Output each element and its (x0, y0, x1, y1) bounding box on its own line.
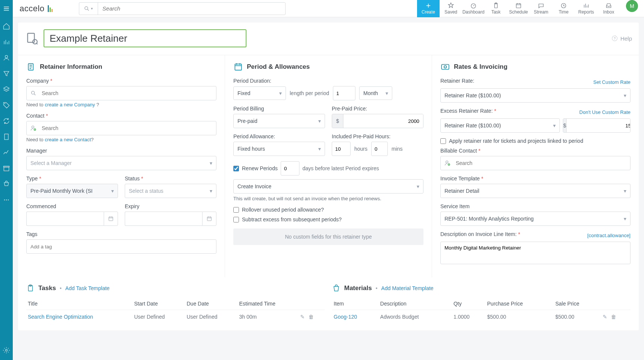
sidebar-more-icon[interactable] (3, 196, 10, 204)
type-select[interactable]: Pre-Paid Monthly Work (SI▾ (26, 184, 118, 198)
logo: accelo (20, 4, 53, 14)
sidebar-home-icon[interactable] (3, 23, 10, 30)
create-contact-link[interactable]: create a new Contact (45, 137, 91, 142)
renew-checkbox[interactable] (233, 166, 239, 171)
billing-label: Period Billing (233, 106, 325, 112)
sidebar-trend-icon[interactable] (3, 149, 10, 156)
svg-rect-5 (516, 4, 521, 8)
renew-after-text: days before latest Period expires (302, 165, 379, 171)
allowance-select[interactable]: Fixed hours▾ (233, 142, 325, 156)
material-purchase: $500.00 (486, 310, 554, 324)
sidebar-layers-icon[interactable] (3, 86, 10, 93)
manager-select[interactable]: Select a Manager▾ (26, 156, 216, 170)
hamburger-menu[interactable] (0, 0, 13, 17)
rollover-checkbox[interactable] (233, 207, 239, 213)
unit-select[interactable]: Month▾ (359, 86, 392, 100)
desc-token[interactable]: [contract.allowance] (587, 233, 630, 238)
chevron-down-icon: ▾ (279, 90, 282, 96)
apply-rate-checkbox[interactable] (440, 138, 446, 144)
expiry-input[interactable] (125, 212, 202, 226)
prepaid-input[interactable] (343, 114, 423, 128)
add-material-template[interactable]: Add Material Template (381, 285, 434, 291)
edit-icon[interactable]: ✎ (603, 314, 607, 320)
excess-currency[interactable]: $ (563, 118, 630, 133)
edit-icon[interactable]: ✎ (300, 314, 305, 320)
schedule-button[interactable]: Schedule (507, 0, 530, 17)
contact-input[interactable] (40, 125, 216, 131)
retainer-rate-select[interactable]: Retainer Rate ($100.00)▾ (440, 88, 630, 103)
sidebar-chart-icon[interactable] (3, 38, 10, 46)
desc-textarea[interactable] (440, 242, 630, 264)
sidebar-filter-icon[interactable] (3, 70, 10, 77)
period-title: Period & Allowances (247, 63, 310, 71)
saved-label: Saved (444, 9, 457, 15)
mins-text: mins (392, 146, 403, 152)
create-invoice-note: This will create, but will not send an i… (233, 196, 423, 201)
excess-label: Excess Retainer Rate: * (440, 108, 496, 114)
expiry-label: Expiry (125, 203, 216, 209)
top-search[interactable]: ▾ (79, 2, 286, 15)
logo-text: accelo (20, 4, 45, 14)
service-select[interactable]: REP-501: Monthly Analytics Reporting▾ (440, 212, 630, 226)
commenced-input[interactable] (26, 212, 104, 226)
sidebar-user-icon[interactable] (3, 54, 10, 62)
top-search-input[interactable] (98, 5, 285, 12)
trash-icon[interactable]: 🗑 (611, 314, 616, 320)
task-button[interactable]: Task (485, 0, 507, 17)
svg-line-1 (88, 9, 89, 11)
stream-label: Stream (534, 9, 549, 15)
apply-rate-row: Apply retainer rate for tickets and proj… (440, 138, 630, 144)
dashboard-button[interactable]: Dashboard (462, 0, 485, 17)
billing-select[interactable]: Pre-paid▾ (233, 114, 325, 128)
billable-input[interactable] (454, 160, 630, 166)
reports-button[interactable]: Reports (575, 0, 597, 17)
retainer-title-input[interactable] (44, 29, 246, 47)
saved-button[interactable]: Saved (440, 0, 462, 17)
task-link[interactable]: Search Engine Optimization (28, 314, 93, 320)
material-link[interactable]: Goog-120 (334, 314, 357, 320)
inbox-button[interactable]: Inbox (597, 0, 620, 17)
sidebar-refresh-icon[interactable] (3, 117, 10, 125)
create-button[interactable]: Create (417, 0, 440, 17)
trash-icon[interactable]: 🗑 (308, 314, 314, 320)
billable-search[interactable] (440, 156, 630, 170)
contact-search[interactable] (26, 121, 216, 135)
duration-select[interactable]: Fixed▾ (233, 86, 286, 100)
create-invoice-select[interactable]: Create Invoice▾ (233, 179, 423, 194)
prepaid-currency[interactable]: $ (332, 114, 423, 128)
dont-use-link[interactable]: Don't Use Custom Rate (579, 109, 630, 115)
task-label: Task (491, 9, 501, 15)
sidebar-cart-icon[interactable] (3, 180, 10, 188)
calendar-icon[interactable] (104, 212, 118, 226)
rollover-label: Rollover unused period allowance? (242, 207, 324, 213)
create-company-link[interactable]: create a new Company (45, 102, 95, 107)
tags-input[interactable] (26, 239, 216, 254)
search-icon[interactable]: ▾ (79, 3, 98, 15)
length-input[interactable] (333, 86, 355, 100)
sidebar-archive-icon[interactable] (3, 165, 10, 172)
svg-point-12 (6, 200, 7, 201)
sidebar-tag-icon[interactable] (3, 101, 10, 109)
excess-amount-input[interactable] (567, 119, 630, 132)
hours-input[interactable] (332, 142, 351, 156)
period-column: Period & Allowances Period Duration: Fix… (225, 55, 432, 277)
allowance-label: Period Allowance: (233, 133, 325, 139)
template-select[interactable]: Retainer Detail▾ (440, 184, 630, 198)
svg-line-21 (34, 94, 35, 95)
sidebar-doc-icon[interactable] (3, 133, 10, 141)
avatar[interactable]: M (626, 0, 638, 12)
subtract-checkbox[interactable] (233, 217, 239, 222)
company-search[interactable] (26, 86, 216, 100)
retainer-rate-label: Retainer Rate: (440, 78, 474, 84)
renew-input[interactable] (281, 161, 299, 175)
help-link[interactable]: ? Help (611, 35, 632, 42)
company-input[interactable] (40, 90, 216, 96)
excess-rate-select[interactable]: Retainer Rate ($100.00)▾ (440, 118, 560, 133)
calendar-icon[interactable] (202, 212, 216, 226)
stream-button[interactable]: Stream (530, 0, 552, 17)
add-task-template[interactable]: Add Task Template (65, 285, 110, 291)
set-custom-link[interactable]: Set Custom Rate (593, 79, 630, 85)
mins-input[interactable] (371, 142, 388, 156)
status-select[interactable]: Select a status▾ (125, 184, 216, 198)
time-button[interactable]: Time (552, 0, 575, 17)
